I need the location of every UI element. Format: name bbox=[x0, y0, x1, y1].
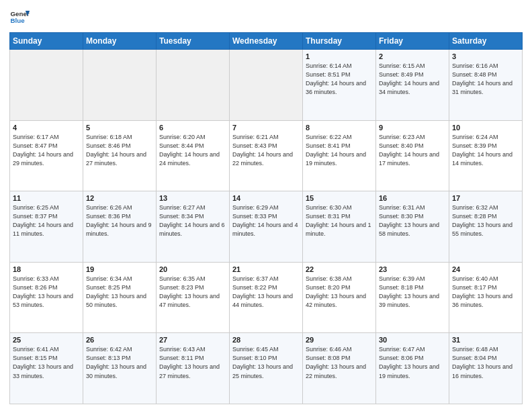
day-number: 9 bbox=[379, 124, 446, 132]
day-number: 2 bbox=[379, 52, 446, 60]
day-number: 12 bbox=[86, 194, 153, 202]
calendar-cell: 17Sunrise: 6:32 AM Sunset: 8:28 PM Dayli… bbox=[449, 191, 523, 263]
calendar-cell: 31Sunrise: 6:48 AM Sunset: 8:04 PM Dayli… bbox=[449, 333, 523, 404]
calendar-cell: 16Sunrise: 6:31 AM Sunset: 8:30 PM Dayli… bbox=[376, 191, 449, 263]
day-info: Sunrise: 6:29 AM Sunset: 8:33 PM Dayligh… bbox=[232, 203, 300, 238]
day-number: 30 bbox=[379, 336, 446, 344]
day-number: 27 bbox=[159, 336, 226, 344]
day-info: Sunrise: 6:22 AM Sunset: 8:41 PM Dayligh… bbox=[306, 133, 373, 168]
day-number: 25 bbox=[13, 336, 80, 344]
day-number: 5 bbox=[86, 124, 153, 132]
day-number: 3 bbox=[452, 52, 519, 60]
day-info: Sunrise: 6:40 AM Sunset: 8:17 PM Dayligh… bbox=[452, 275, 519, 310]
day-info: Sunrise: 6:21 AM Sunset: 8:43 PM Dayligh… bbox=[232, 133, 300, 168]
day-number: 7 bbox=[232, 124, 300, 132]
day-number: 8 bbox=[306, 124, 373, 132]
day-info: Sunrise: 6:38 AM Sunset: 8:20 PM Dayligh… bbox=[306, 275, 373, 310]
day-number: 21 bbox=[232, 265, 300, 273]
day-number: 15 bbox=[306, 194, 373, 202]
day-number: 31 bbox=[452, 336, 519, 344]
calendar-cell: 22Sunrise: 6:38 AM Sunset: 8:20 PM Dayli… bbox=[303, 262, 376, 333]
day-info: Sunrise: 6:20 AM Sunset: 8:44 PM Dayligh… bbox=[159, 133, 226, 168]
calendar-cell: 14Sunrise: 6:29 AM Sunset: 8:33 PM Dayli… bbox=[230, 191, 303, 263]
calendar-cell: 8Sunrise: 6:22 AM Sunset: 8:41 PM Daylig… bbox=[303, 120, 376, 191]
calendar-cell: 10Sunrise: 6:24 AM Sunset: 8:39 PM Dayli… bbox=[449, 120, 523, 191]
day-number: 18 bbox=[13, 265, 80, 273]
day-info: Sunrise: 6:23 AM Sunset: 8:40 PM Dayligh… bbox=[379, 133, 446, 168]
calendar-cell: 19Sunrise: 6:34 AM Sunset: 8:25 PM Dayli… bbox=[83, 262, 157, 333]
calendar-cell: 23Sunrise: 6:39 AM Sunset: 8:18 PM Dayli… bbox=[376, 262, 449, 333]
day-number: 1 bbox=[306, 52, 373, 60]
calendar-cell: 25Sunrise: 6:41 AM Sunset: 8:15 PM Dayli… bbox=[10, 333, 83, 404]
day-number: 13 bbox=[159, 194, 226, 202]
day-number: 26 bbox=[86, 336, 153, 344]
day-info: Sunrise: 6:41 AM Sunset: 8:15 PM Dayligh… bbox=[13, 345, 80, 380]
day-info: Sunrise: 6:35 AM Sunset: 8:23 PM Dayligh… bbox=[159, 275, 226, 310]
day-number: 4 bbox=[13, 124, 80, 132]
day-info: Sunrise: 6:46 AM Sunset: 8:08 PM Dayligh… bbox=[306, 345, 373, 380]
day-number: 6 bbox=[159, 124, 226, 132]
calendar-table: SundayMondayTuesdayWednesdayThursdayFrid… bbox=[9, 32, 523, 404]
day-number: 29 bbox=[306, 336, 373, 344]
calendar-cell: 29Sunrise: 6:46 AM Sunset: 8:08 PM Dayli… bbox=[303, 333, 376, 404]
day-info: Sunrise: 6:17 AM Sunset: 8:47 PM Dayligh… bbox=[13, 133, 80, 168]
day-info: Sunrise: 6:34 AM Sunset: 8:25 PM Dayligh… bbox=[86, 275, 153, 310]
calendar-cell: 9Sunrise: 6:23 AM Sunset: 8:40 PM Daylig… bbox=[376, 120, 449, 191]
day-number: 16 bbox=[379, 194, 446, 202]
calendar-cell: 26Sunrise: 6:42 AM Sunset: 8:13 PM Dayli… bbox=[83, 333, 157, 404]
calendar-cell: 28Sunrise: 6:45 AM Sunset: 8:10 PM Dayli… bbox=[230, 333, 303, 404]
calendar-cell: 21Sunrise: 6:37 AM Sunset: 8:22 PM Dayli… bbox=[230, 262, 303, 333]
weekday-header: Thursday bbox=[303, 33, 376, 50]
calendar-cell bbox=[10, 50, 83, 121]
calendar-cell: 24Sunrise: 6:40 AM Sunset: 8:17 PM Dayli… bbox=[449, 262, 523, 333]
weekday-header: Wednesday bbox=[230, 33, 303, 50]
day-number: 19 bbox=[86, 265, 153, 273]
day-number: 20 bbox=[159, 265, 226, 273]
calendar-cell: 7Sunrise: 6:21 AM Sunset: 8:43 PM Daylig… bbox=[230, 120, 303, 191]
calendar-cell: 12Sunrise: 6:26 AM Sunset: 8:36 PM Dayli… bbox=[83, 191, 157, 263]
day-number: 22 bbox=[306, 265, 373, 273]
calendar-cell: 13Sunrise: 6:27 AM Sunset: 8:34 PM Dayli… bbox=[157, 191, 230, 263]
calendar-cell: 30Sunrise: 6:47 AM Sunset: 8:06 PM Dayli… bbox=[376, 333, 449, 404]
day-info: Sunrise: 6:42 AM Sunset: 8:13 PM Dayligh… bbox=[86, 345, 153, 380]
day-number: 14 bbox=[232, 194, 300, 202]
calendar-cell: 18Sunrise: 6:33 AM Sunset: 8:26 PM Dayli… bbox=[10, 262, 83, 333]
day-info: Sunrise: 6:27 AM Sunset: 8:34 PM Dayligh… bbox=[159, 203, 226, 238]
calendar-cell bbox=[157, 50, 230, 121]
day-info: Sunrise: 6:26 AM Sunset: 8:36 PM Dayligh… bbox=[86, 203, 153, 238]
logo: General Blue bbox=[9, 7, 34, 27]
day-info: Sunrise: 6:15 AM Sunset: 8:49 PM Dayligh… bbox=[379, 62, 446, 97]
logo-icon: General Blue bbox=[9, 7, 30, 27]
weekday-header: Friday bbox=[376, 33, 449, 50]
svg-text:Blue: Blue bbox=[11, 17, 26, 24]
day-number: 17 bbox=[452, 194, 519, 202]
weekday-header: Sunday bbox=[10, 33, 83, 50]
calendar-cell: 5Sunrise: 6:18 AM Sunset: 8:46 PM Daylig… bbox=[83, 120, 157, 191]
calendar-cell: 27Sunrise: 6:43 AM Sunset: 8:11 PM Dayli… bbox=[157, 333, 230, 404]
calendar-cell: 20Sunrise: 6:35 AM Sunset: 8:23 PM Dayli… bbox=[157, 262, 230, 333]
day-info: Sunrise: 6:33 AM Sunset: 8:26 PM Dayligh… bbox=[13, 275, 80, 310]
calendar-cell: 11Sunrise: 6:25 AM Sunset: 8:37 PM Dayli… bbox=[10, 191, 83, 263]
calendar-cell: 6Sunrise: 6:20 AM Sunset: 8:44 PM Daylig… bbox=[157, 120, 230, 191]
day-number: 28 bbox=[232, 336, 300, 344]
day-info: Sunrise: 6:37 AM Sunset: 8:22 PM Dayligh… bbox=[232, 275, 300, 310]
day-number: 11 bbox=[13, 194, 80, 202]
calendar-cell bbox=[83, 50, 157, 121]
day-number: 10 bbox=[452, 124, 519, 132]
calendar-cell: 3Sunrise: 6:16 AM Sunset: 8:48 PM Daylig… bbox=[449, 50, 523, 121]
calendar-cell bbox=[230, 50, 303, 121]
day-number: 24 bbox=[452, 265, 519, 273]
calendar-cell: 2Sunrise: 6:15 AM Sunset: 8:49 PM Daylig… bbox=[376, 50, 449, 121]
day-info: Sunrise: 6:48 AM Sunset: 8:04 PM Dayligh… bbox=[452, 345, 519, 380]
day-info: Sunrise: 6:24 AM Sunset: 8:39 PM Dayligh… bbox=[452, 133, 519, 168]
calendar-cell: 1Sunrise: 6:14 AM Sunset: 8:51 PM Daylig… bbox=[303, 50, 376, 121]
day-info: Sunrise: 6:32 AM Sunset: 8:28 PM Dayligh… bbox=[452, 203, 519, 238]
day-info: Sunrise: 6:31 AM Sunset: 8:30 PM Dayligh… bbox=[379, 203, 446, 238]
day-info: Sunrise: 6:14 AM Sunset: 8:51 PM Dayligh… bbox=[306, 62, 373, 97]
page-header: General Blue bbox=[9, 7, 523, 27]
day-info: Sunrise: 6:43 AM Sunset: 8:11 PM Dayligh… bbox=[159, 345, 226, 380]
day-number: 23 bbox=[379, 265, 446, 273]
day-info: Sunrise: 6:25 AM Sunset: 8:37 PM Dayligh… bbox=[13, 203, 80, 238]
weekday-header: Monday bbox=[83, 33, 157, 50]
day-info: Sunrise: 6:18 AM Sunset: 8:46 PM Dayligh… bbox=[86, 133, 153, 168]
